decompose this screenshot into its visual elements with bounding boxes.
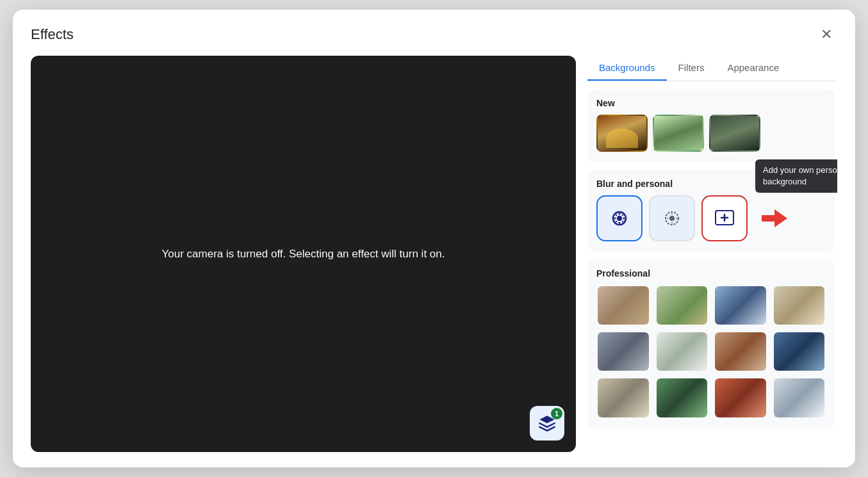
svg-point-14: [667, 218, 669, 220]
prof-thumb-5[interactable]: [596, 331, 650, 372]
dialog-header: Effects ✕: [31, 25, 837, 44]
right-panel: Backgrounds Filters Appearance New: [587, 56, 837, 452]
blur-section-title: Blur and personal: [596, 179, 826, 189]
dialog-body: Your camera is turned off. Selecting an …: [31, 56, 837, 452]
red-arrow: [759, 207, 787, 230]
blur-buttons: Add your own personalbackground: [596, 195, 826, 241]
svg-point-11: [669, 216, 675, 221]
add-background-icon: [713, 207, 736, 230]
prof-thumb-12[interactable]: [773, 377, 826, 418]
tabs-bar: Backgrounds Filters Appearance: [587, 56, 837, 81]
svg-point-13: [671, 222, 673, 224]
slight-blur-icon: [660, 207, 684, 230]
dialog-title: Effects: [31, 26, 74, 43]
prof-thumb-11[interactable]: [714, 377, 767, 418]
tab-backgrounds[interactable]: Backgrounds: [587, 56, 667, 81]
svg-point-2: [619, 213, 621, 215]
camera-off-text: Your camera is turned off. Selecting an …: [136, 246, 471, 263]
prof-thumb-2[interactable]: [655, 285, 709, 326]
svg-point-9: [622, 221, 623, 222]
tab-filters[interactable]: Filters: [667, 56, 716, 81]
svg-point-15: [676, 218, 678, 220]
svg-point-4: [614, 218, 616, 220]
svg-point-3: [619, 222, 621, 224]
prof-thumb-4[interactable]: [773, 285, 826, 326]
blur-section: Blur and personal: [587, 170, 835, 252]
new-section-title: New: [596, 98, 826, 108]
camera-preview: Your camera is turned off. Selecting an …: [31, 56, 576, 452]
tab-appearance[interactable]: Appearance: [716, 56, 790, 81]
prof-thumb-10[interactable]: [655, 377, 709, 418]
effects-badge-button[interactable]: 1: [530, 406, 564, 441]
svg-marker-19: [762, 209, 787, 227]
panel-scroll[interactable]: New: [587, 89, 837, 452]
new-section: New: [587, 89, 835, 162]
prof-thumb-7[interactable]: [714, 331, 767, 372]
prof-thumb-6[interactable]: [655, 331, 709, 372]
new-thumbnails-row: [596, 115, 826, 152]
prof-thumb-9[interactable]: [596, 377, 650, 418]
svg-point-6: [616, 214, 617, 216]
svg-point-5: [623, 218, 625, 220]
new-thumb-3[interactable]: [709, 115, 760, 152]
professional-section: Professional: [587, 259, 835, 429]
prof-thumb-3[interactable]: [714, 285, 767, 326]
add-background-button[interactable]: Add your own personalbackground: [701, 195, 748, 241]
red-arrow-icon: [759, 207, 787, 230]
effects-badge-count: 1: [551, 408, 562, 419]
prof-thumb-1[interactable]: [596, 285, 650, 326]
close-button[interactable]: ✕: [815, 25, 837, 44]
slight-blur-button[interactable]: [649, 195, 695, 241]
prof-thumb-8[interactable]: [773, 331, 826, 372]
professional-section-title: Professional: [596, 268, 826, 279]
professional-thumbs-grid: [596, 285, 826, 419]
effects-dialog: Effects ✕ Your camera is turned off. Sel…: [13, 10, 855, 467]
new-thumb-1[interactable]: [596, 115, 648, 152]
new-thumb-2[interactable]: [653, 115, 704, 152]
svg-point-12: [671, 213, 673, 215]
svg-point-7: [622, 214, 623, 216]
svg-point-8: [616, 221, 617, 222]
full-blur-icon: [608, 207, 631, 230]
svg-point-1: [617, 216, 622, 221]
full-blur-button[interactable]: [596, 195, 643, 241]
